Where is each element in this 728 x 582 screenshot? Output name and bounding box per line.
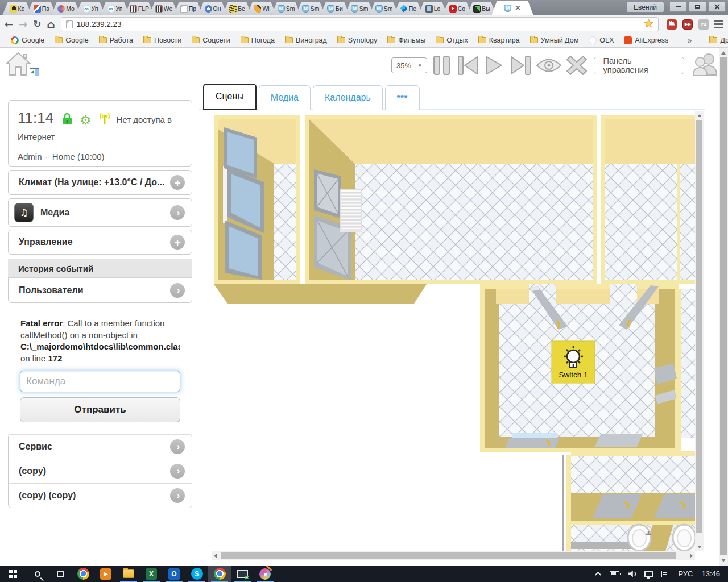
next-button[interactable] bbox=[509, 55, 532, 76]
browser-tab[interactable]: Ко bbox=[2, 2, 32, 15]
taskbar-explorer-button[interactable] bbox=[117, 566, 140, 582]
maximize-button[interactable] bbox=[689, 1, 706, 12]
close-button[interactable] bbox=[708, 1, 726, 12]
scroll-up-icon[interactable] bbox=[721, 51, 726, 55]
tray-expand-icon[interactable] bbox=[595, 571, 601, 577]
sidebar-link-row[interactable]: Сервис › bbox=[9, 434, 192, 459]
browser-profile-button[interactable]: Евений bbox=[626, 2, 664, 13]
user-avatar-icon[interactable] bbox=[692, 52, 719, 78]
floorplan-image[interactable]: Switch 1 bbox=[212, 111, 695, 551]
scrollbar-thumb[interactable] bbox=[696, 120, 702, 533]
floorplan-viewport[interactable]: Switch 1 bbox=[212, 111, 704, 560]
play-button[interactable] bbox=[483, 55, 505, 76]
sidebar-item-media[interactable]: ♫ Медиа › bbox=[8, 198, 192, 227]
browser-tab[interactable]: Мо bbox=[51, 2, 81, 15]
sidebar-item-control[interactable]: Управление + bbox=[8, 230, 192, 255]
browser-tab[interactable]: Sm bbox=[369, 2, 399, 15]
network-icon[interactable] bbox=[644, 571, 653, 577]
search-button[interactable] bbox=[26, 566, 49, 582]
taskbar-paint-button[interactable] bbox=[254, 566, 276, 582]
home-icon[interactable]: ⌂ bbox=[47, 19, 55, 30]
chevron-right-icon[interactable]: › bbox=[170, 464, 185, 479]
taskbar-skype-button[interactable]: S bbox=[185, 566, 208, 582]
chevron-right-icon[interactable]: › bbox=[170, 205, 185, 220]
browser-tab[interactable]: Co bbox=[442, 2, 472, 15]
sidebar-item-history[interactable]: История событий bbox=[8, 259, 192, 278]
back-icon[interactable]: ← bbox=[5, 19, 13, 30]
pause-button[interactable] bbox=[431, 55, 453, 76]
browser-tab[interactable]: Sm bbox=[271, 2, 301, 15]
sidebar-link-row[interactable]: (copy) › bbox=[9, 459, 192, 483]
bookmark-item[interactable]: Умный Дом bbox=[525, 34, 584, 47]
bookmark-item[interactable]: Работа bbox=[94, 34, 138, 47]
browser-tab[interactable]: Па bbox=[27, 2, 56, 15]
browser-tab[interactable]: Уп bbox=[76, 2, 105, 15]
bookmark-item[interactable]: Synology bbox=[332, 34, 382, 47]
browser-tab[interactable]: We bbox=[149, 2, 179, 15]
browser-tab[interactable]: Уп bbox=[100, 2, 130, 15]
browser-tab[interactable]: Бе bbox=[222, 2, 252, 15]
scrollbar-thumb[interactable] bbox=[720, 57, 727, 555]
tab-close-icon[interactable]: ✕ bbox=[515, 5, 520, 11]
bookmark-item[interactable]: Виноград bbox=[280, 34, 332, 47]
bookmark-item[interactable]: Квартира bbox=[473, 34, 525, 47]
browser-tab[interactable]: Lo bbox=[418, 2, 448, 15]
adblock-icon[interactable] bbox=[667, 19, 677, 30]
plus-icon[interactable]: + bbox=[170, 175, 185, 190]
bookmark-item[interactable]: Новости bbox=[138, 34, 187, 47]
proxy-extension-icon[interactable]: ▶▶ bbox=[682, 19, 693, 30]
switch-device[interactable]: Switch 1 bbox=[552, 341, 595, 383]
scene-tab[interactable]: Сцены bbox=[203, 84, 257, 110]
open-window-icon[interactable] bbox=[30, 68, 39, 76]
browser-tab[interactable]: FLP bbox=[125, 2, 154, 15]
close-scene-button[interactable] bbox=[566, 55, 588, 76]
previous-button[interactable] bbox=[457, 55, 479, 76]
scene-tab[interactable]: Календарь bbox=[313, 85, 383, 110]
chevron-right-icon[interactable]: › bbox=[170, 488, 185, 503]
forward-icon[interactable]: → bbox=[19, 19, 27, 30]
view-button[interactable] bbox=[536, 55, 562, 76]
bookmark-item[interactable]: Погода bbox=[235, 34, 280, 47]
floorplan-vscrollbar[interactable] bbox=[695, 111, 704, 551]
scroll-down-icon[interactable] bbox=[721, 559, 726, 562]
bookmark-item[interactable]: Соцсети bbox=[187, 34, 235, 47]
task-view-button[interactable] bbox=[49, 566, 72, 582]
bookmark-item[interactable]: AliExpress bbox=[619, 34, 673, 47]
other-bookmarks-button[interactable]: Другие закладки bbox=[704, 34, 728, 47]
taskbar-outlook-button[interactable]: O bbox=[163, 566, 185, 582]
taskbar-chrome-button[interactable] bbox=[72, 566, 94, 582]
language-indicator[interactable]: РУС bbox=[678, 569, 693, 578]
zoom-select[interactable]: 35% ▼ bbox=[391, 57, 427, 73]
bookmark-item[interactable]: Google bbox=[49, 34, 93, 47]
address-bar[interactable]: 188.239.2.23 bbox=[61, 17, 659, 31]
browser-tab[interactable]: Пр bbox=[173, 2, 203, 15]
bookmark-item[interactable]: OLX bbox=[584, 34, 619, 47]
taskbar-chrome-active-button[interactable] bbox=[208, 566, 231, 582]
control-panel-button[interactable]: Панель управления bbox=[594, 57, 684, 74]
scene-tab[interactable]: *** bbox=[385, 85, 420, 110]
clock[interactable]: 13:46 bbox=[701, 569, 720, 578]
scene-tab[interactable]: Медиа bbox=[259, 85, 311, 110]
browser-tab[interactable]: Би bbox=[320, 2, 350, 15]
browser-tab[interactable]: Он bbox=[198, 2, 228, 15]
bookmarks-overflow-icon[interactable]: » bbox=[684, 36, 696, 45]
browser-tab[interactable]: Wi bbox=[247, 2, 276, 15]
sidebar-item-users[interactable]: Пользователи › bbox=[8, 278, 192, 303]
battery-icon[interactable] bbox=[610, 571, 619, 576]
app-home-icon[interactable] bbox=[5, 50, 32, 80]
bookmark-item[interactable]: Отдых bbox=[431, 34, 473, 47]
scroll-left-icon[interactable] bbox=[214, 554, 217, 558]
reload-icon[interactable]: ↻ bbox=[33, 19, 41, 29]
taskbar-excel-button[interactable]: X bbox=[140, 566, 163, 582]
url-text[interactable]: 188.239.2.23 bbox=[77, 20, 640, 28]
extension-24-icon[interactable]: 24 bbox=[698, 19, 709, 30]
volume-icon[interactable] bbox=[628, 571, 636, 577]
minimize-button[interactable] bbox=[669, 1, 687, 12]
sidebar-item-climate[interactable]: Климат (На улице: +13.0°C / До... + bbox=[8, 170, 192, 195]
bookmark-item[interactable]: Google bbox=[6, 34, 49, 47]
command-input[interactable] bbox=[20, 371, 180, 392]
taskbar-player-button[interactable]: ▶ bbox=[94, 566, 117, 582]
browser-tab[interactable]: Sm bbox=[345, 2, 374, 15]
chevron-right-icon[interactable]: › bbox=[170, 283, 185, 298]
plus-icon[interactable]: + bbox=[170, 235, 185, 250]
